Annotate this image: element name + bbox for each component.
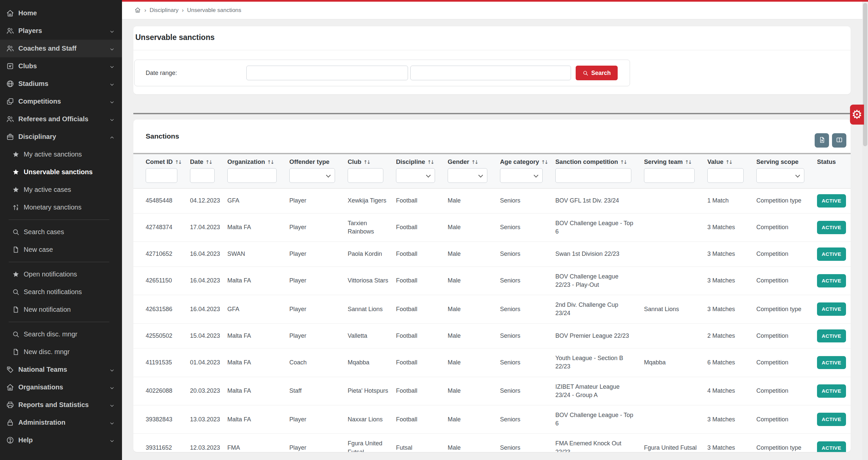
- sidebar-item-reports-and-statistics[interactable]: Reports and Statistics: [0, 396, 122, 414]
- column-header-discipline[interactable]: Discipline↑↓: [396, 154, 448, 167]
- breadcrumb-item-unservable-sanctions[interactable]: Unservable sanctions: [187, 7, 241, 14]
- sort-icon[interactable]: ↑↓: [175, 159, 181, 165]
- table-row[interactable]: 4022608820.03.2023Malta FAStaffPieta' Ho…: [133, 377, 851, 405]
- sort-icon[interactable]: ↑↓: [363, 159, 370, 165]
- breadcrumb-item-disciplinary[interactable]: Disciplinary: [150, 7, 179, 14]
- table-row[interactable]: 4255050215.04.2023Malta FAPlayerValletta…: [133, 323, 851, 349]
- date-to-input[interactable]: [410, 66, 571, 80]
- cell-comet-id: 39382843: [146, 416, 172, 423]
- sidebar-item-home[interactable]: Home: [0, 4, 122, 22]
- sort-icon[interactable]: ↑↓: [685, 159, 691, 165]
- column-header-serving-team[interactable]: Serving team↑↓: [644, 154, 707, 167]
- filter-input-date[interactable]: [190, 168, 215, 183]
- sort-icon[interactable]: ↑↓: [541, 159, 547, 165]
- sidebar-item-national-teams[interactable]: National Teams: [0, 361, 122, 379]
- filter-select-offender-type[interactable]: [289, 168, 335, 183]
- chevron-down-icon: [109, 420, 115, 425]
- filter-input-value[interactable]: [707, 168, 744, 183]
- search-button[interactable]: Search: [576, 66, 618, 80]
- sidebar-item-new-disc-mngr[interactable]: New disc. mngr: [0, 343, 122, 361]
- table-row[interactable]: 4265115016.04.2023Malta FAPlayerVittorio…: [133, 266, 851, 295]
- sidebar-item-new-case[interactable]: New case: [0, 241, 122, 259]
- scrollbar-thumb[interactable]: [863, 3, 867, 146]
- sidebar-item-label: Search notifications: [24, 288, 82, 296]
- sort-icon[interactable]: ↑↓: [267, 159, 273, 165]
- column-header-organization[interactable]: Organization↑↓: [227, 154, 289, 167]
- column-header-age-category[interactable]: Age category↑↓: [500, 154, 555, 167]
- column-header-club[interactable]: Club↑↓: [348, 154, 396, 167]
- filter-select-age-category[interactable]: [500, 168, 542, 183]
- table-row[interactable]: 4548544804.12.2023GFAPlayerXewkija Tiger…: [133, 189, 851, 213]
- sort-icon[interactable]: ↑↓: [725, 159, 732, 165]
- settings-button[interactable]: ⚙: [850, 105, 864, 125]
- sort-icon[interactable]: ↑↓: [427, 159, 433, 165]
- chevron-down-icon: [109, 367, 115, 372]
- cell-organization: GFA: [227, 197, 239, 204]
- column-header-sanction-competition[interactable]: Sanction competition↑↓: [555, 154, 644, 167]
- sidebar-item-unservable-sanctions[interactable]: Unservable sanctions: [0, 163, 122, 181]
- sidebar-item-label: Home: [18, 9, 37, 17]
- sidebar-item-monetary-sanctions[interactable]: Monetary sanctions: [0, 199, 122, 216]
- sidebar-item-clubs[interactable]: Clubs: [0, 57, 122, 75]
- star-icon: [11, 150, 20, 159]
- cell-gender: Male: [448, 332, 461, 339]
- sidebar-item-search-disc-mngr[interactable]: Search disc. mngr: [0, 325, 122, 343]
- sidebar-item-referees-and-officials[interactable]: Referees and Officials: [0, 110, 122, 128]
- vertical-scrollbar[interactable]: [862, 2, 868, 460]
- cell-comet-id: 40226088: [146, 387, 172, 394]
- chevron-down-icon: [109, 402, 115, 408]
- column-header-value[interactable]: Value↑↓: [707, 154, 756, 167]
- filter-input-comet-id[interactable]: [146, 168, 177, 183]
- sidebar-item-new-notification[interactable]: New notification: [0, 301, 122, 319]
- table-row[interactable]: 4119153501.04.2023Malta FACoachMqabbaFoo…: [133, 349, 851, 377]
- filter-input-organization[interactable]: [227, 168, 277, 183]
- cell-club: Tarxien Rainbows: [348, 220, 374, 235]
- date-from-input[interactable]: [246, 66, 408, 80]
- export-excel-button[interactable]: [815, 133, 829, 147]
- cell-offender-type: Player: [289, 445, 306, 451]
- filter-cell-value: [707, 167, 756, 189]
- sort-icon[interactable]: ↑↓: [620, 159, 626, 165]
- filter-select-gender[interactable]: [448, 168, 487, 183]
- toggle-columns-button[interactable]: [832, 133, 846, 147]
- column-header-comet-id[interactable]: Comet ID↑↓: [133, 154, 190, 167]
- cell-date: 04.12.2023: [190, 197, 220, 204]
- cell-club: Sannat Lions: [348, 306, 383, 313]
- sort-icon[interactable]: ↑↓: [471, 159, 478, 165]
- table-row[interactable]: 3938284313.03.2023Malta FAPlayerNaxxar L…: [133, 405, 851, 433]
- sidebar-item-my-active-sanctions[interactable]: My active sanctions: [0, 145, 122, 163]
- sidebar-item-disciplinary[interactable]: Disciplinary: [0, 128, 122, 145]
- column-header-gender[interactable]: Gender↑↓: [448, 154, 500, 167]
- column-header-date[interactable]: Date↑↓: [190, 154, 227, 167]
- sidebar-item-search-notifications[interactable]: Search notifications: [0, 283, 122, 301]
- cell-club: Paola Kordin: [348, 251, 382, 257]
- sidebar-item-help[interactable]: Help: [0, 431, 122, 449]
- star-icon: [11, 270, 20, 279]
- filter-input-serving-team[interactable]: [644, 168, 695, 183]
- sidebar-item-label: Unservable sanctions: [24, 168, 93, 176]
- sidebar-item-stadiums[interactable]: Stadiums: [0, 75, 122, 93]
- sort-icon[interactable]: ↑↓: [205, 159, 212, 165]
- filter-input-club[interactable]: [348, 168, 383, 183]
- table-row[interactable]: 4263158616.04.2023GFAPlayerSannat LionsF…: [133, 295, 851, 323]
- table-row[interactable]: 4274837417.04.2023Malta FAPlayerTarxien …: [133, 213, 851, 241]
- sidebar-item-coaches-and-staff[interactable]: Coaches and Staff: [0, 40, 122, 57]
- table-row[interactable]: 4271065216.04.2023SWANPlayerPaola Kordin…: [133, 242, 851, 267]
- sidebar-item-organisations[interactable]: Organisations: [0, 379, 122, 396]
- table-row[interactable]: 3931165212.03.2023FMAPlayerFgura United …: [133, 434, 851, 452]
- sidebar-item-open-notifications[interactable]: Open notifications: [0, 265, 122, 283]
- sidebar-item-search-cases[interactable]: Search cases: [0, 223, 122, 241]
- filter-select-discipline[interactable]: [396, 168, 435, 183]
- sidebar-item-my-active-cases[interactable]: My active cases: [0, 181, 122, 199]
- cell-organization: Malta FA: [227, 277, 251, 284]
- filter-select-serving-scope[interactable]: [756, 168, 804, 183]
- breadcrumb: › Disciplinary › Unservable sanctions: [122, 2, 868, 19]
- sidebar-item-administration[interactable]: Administration: [0, 414, 122, 431]
- sidebar-item-players[interactable]: Players: [0, 22, 122, 40]
- sidebar-item-competitions[interactable]: Competitions: [0, 93, 122, 110]
- chevron-down-icon: [326, 173, 331, 177]
- chevron-down-icon: [109, 64, 115, 69]
- sidebar-item-label: Coaches and Staff: [18, 45, 76, 52]
- home-icon[interactable]: [134, 6, 141, 15]
- filter-input-sanction-competition[interactable]: [555, 168, 631, 183]
